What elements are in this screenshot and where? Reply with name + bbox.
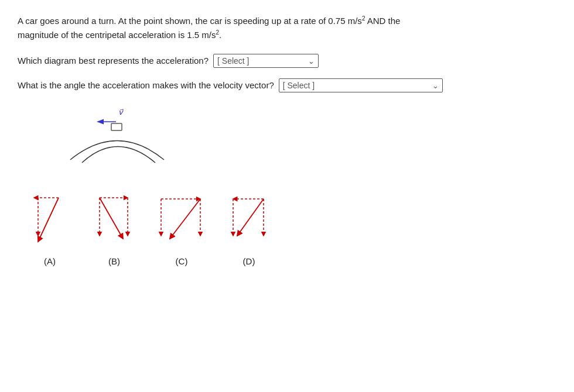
- diagram-c: (C): [158, 192, 205, 266]
- diagram-a-label: (A): [44, 256, 56, 266]
- svg-line-17: [237, 199, 264, 236]
- svg-line-13: [170, 199, 200, 239]
- road-diagram: v⃗: [53, 104, 182, 174]
- svg-rect-2: [111, 123, 122, 130]
- arrow-diagrams-row: (A) (B): [29, 192, 269, 266]
- diagram-a: (A): [29, 192, 70, 266]
- chevron-down-icon: ⌄: [308, 57, 315, 66]
- question-2-select[interactable]: [ Select ] 26.57° 30° 45° 63.43°: [283, 81, 371, 90]
- question-2-row: What is the angle the acceleration makes…: [18, 78, 556, 92]
- question-2-select-wrapper[interactable]: [ Select ] 26.57° 30° 45° 63.43° ⌄: [279, 78, 443, 92]
- chevron-down-icon-2: ⌄: [432, 81, 439, 90]
- diagram-b: (B): [94, 192, 135, 266]
- diagrams-area: v⃗: [18, 104, 556, 266]
- intro-text: A car goes around a turn. At the point s…: [18, 14, 521, 42]
- question-1-label: Which diagram best represents the accele…: [18, 54, 209, 68]
- question-1-select[interactable]: [ Select ] A B C D: [217, 56, 305, 66]
- question-1-row: Which diagram best represents the accele…: [18, 54, 556, 68]
- diagram-c-label: (C): [176, 256, 188, 266]
- diagram-d: (D): [228, 192, 269, 266]
- diagram-b-label: (B): [108, 256, 120, 266]
- svg-line-4: [38, 198, 59, 242]
- question-1-select-wrapper[interactable]: [ Select ] A B C D ⌄: [213, 54, 319, 68]
- svg-line-9: [100, 198, 123, 239]
- question-2-label: What is the angle the acceleration makes…: [18, 79, 274, 92]
- diagram-d-label: (D): [243, 256, 255, 266]
- svg-text:v⃗: v⃗: [118, 108, 124, 116]
